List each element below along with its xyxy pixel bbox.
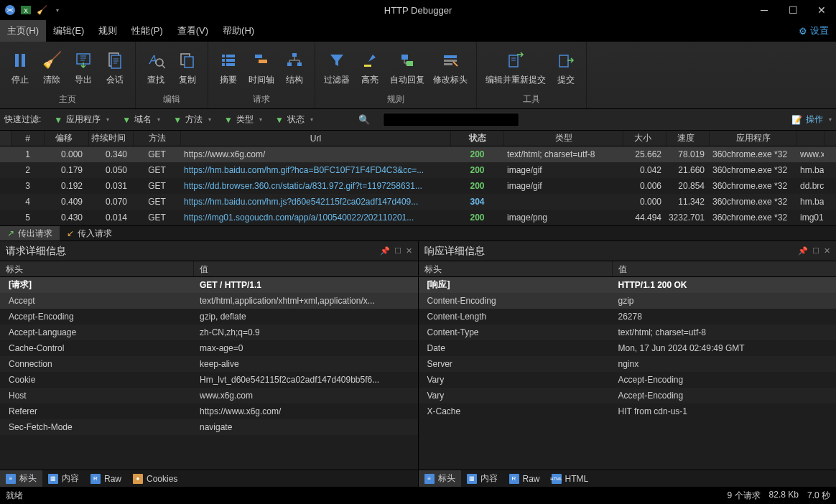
header-item[interactable]: DateMon, 17 Jun 2024 02:49:49 GMT	[419, 340, 837, 356]
content-icon: ▦	[48, 474, 58, 484]
export-icon	[72, 49, 95, 72]
tab-res-raw[interactable]: RRaw	[503, 470, 546, 487]
tab-res-content[interactable]: ▦内容	[461, 470, 503, 487]
summary-button[interactable]: 摘要	[213, 45, 244, 90]
col-speed[interactable]: 速度	[667, 131, 710, 146]
menu-perf[interactable]: 性能(P)	[124, 20, 169, 42]
submit-button[interactable]: 提交	[550, 45, 582, 90]
filter-type[interactable]: ▼类型▾	[224, 113, 262, 126]
tab-req-headers[interactable]: ≡标头	[0, 470, 42, 487]
menu-settings[interactable]: ⚙ 设置	[799, 24, 836, 37]
file-icon	[103, 49, 126, 72]
header-item[interactable]: Cache-Controlmax-age=0	[0, 340, 418, 356]
header-item[interactable]: Hostwww.x6g.com	[0, 388, 418, 403]
table-row[interactable]: 10.0000.340GEThttps://www.x6g.com/200tex…	[0, 146, 836, 162]
operate-button[interactable]: 📝操作▾	[791, 113, 832, 126]
filter-app[interactable]: ▼应用程序▾	[54, 113, 109, 126]
table-row[interactable]: 20.1790.050GEThttps://hm.baidu.com/hm.gi…	[0, 162, 836, 178]
pin-icon[interactable]: 📌	[380, 246, 390, 256]
col-status[interactable]: 状态	[451, 131, 504, 146]
close-pane-icon[interactable]: ✕	[824, 246, 830, 256]
col-url[interactable]: Url	[181, 131, 451, 146]
header-item[interactable]: Sec-Fetch-Modenavigate	[0, 419, 418, 435]
menu-home[interactable]: 主页(H)	[0, 20, 46, 42]
settings-label: 设置	[810, 24, 829, 37]
table-row[interactable]: 30.1920.031GEThttps://dd.browser.360.cn/…	[0, 178, 836, 194]
header-item[interactable]: VaryAccept-Encoding	[419, 388, 837, 403]
chevron-down-icon: ▾	[157, 116, 160, 123]
clear-button[interactable]: 🧹 清除	[36, 45, 68, 90]
header-item[interactable]: Servernginx	[419, 356, 837, 372]
maximize-button[interactable]: ☐	[779, 0, 807, 20]
header-item[interactable]: Content-Length26278	[419, 309, 837, 325]
highlight-button[interactable]: 高亮	[354, 45, 386, 90]
find-button[interactable]: A 查找	[140, 45, 172, 90]
table-row[interactable]: 40.4090.070GEThttps://hm.baidu.com/hm.js…	[0, 194, 836, 210]
maximize-pane-icon[interactable]: ☐	[394, 246, 401, 256]
menu-rules[interactable]: 规则	[91, 20, 124, 42]
tab-res-html[interactable]: HTMLHTML	[546, 470, 595, 487]
brush-icon[interactable]: 🧹	[36, 4, 47, 16]
tab-res-headers[interactable]: ≡标头	[419, 470, 461, 487]
menu-view[interactable]: 查看(V)	[170, 20, 215, 42]
details-area: 请求详细信息 📌 ☐ ✕ 标头 值 [请求]GET / HTTP/1.1Acce…	[0, 241, 836, 487]
table-row[interactable]: 50.4300.014GEThttps://img01.sogoucdn.com…	[0, 210, 836, 225]
copy-button[interactable]: 复制	[172, 45, 203, 90]
svg-rect-17	[222, 63, 225, 66]
header-item[interactable]: Content-Encodinggzip	[419, 293, 837, 309]
pin-icon[interactable]: 📌	[798, 246, 808, 256]
close-button[interactable]: ✕	[807, 0, 836, 20]
filter-button[interactable]: 过滤器	[320, 45, 354, 90]
chevron-down-icon: ▾	[259, 116, 262, 123]
tab-outgoing[interactable]: ↗传出请求	[0, 226, 60, 241]
col-dur[interactable]: 持续时间	[89, 131, 134, 146]
col-app[interactable]: 应用程序	[710, 131, 797, 146]
header-item[interactable]: Accepttext/html,application/xhtml+xml,ap…	[0, 293, 418, 309]
filter-method[interactable]: ▼方法▾	[173, 113, 211, 126]
filter-status[interactable]: ▼状态▾	[275, 113, 313, 126]
ribbon-group-edit-label: 编辑	[136, 93, 208, 108]
header-item[interactable]: CookieHm_lvt_d60e542115f2ca02adf147d409b…	[0, 372, 418, 388]
header-item[interactable]: X-CacheHIT from cdn-us-1	[419, 403, 837, 419]
tab-req-content[interactable]: ▦内容	[42, 470, 85, 487]
editresubmit-button[interactable]: 编辑并重新提交	[481, 45, 550, 90]
col-num[interactable]: #	[11, 131, 45, 146]
header-item[interactable]: Refererhttps://www.x6g.com/	[0, 403, 418, 419]
col-size[interactable]: 大小	[623, 131, 667, 146]
chevron-down-icon: ▾	[106, 116, 109, 123]
header-row[interactable]: [请求]GET / HTTP/1.1	[0, 277, 418, 293]
tab-req-cookies[interactable]: ●Cookies	[127, 470, 183, 487]
raw-icon: R	[509, 474, 519, 484]
col-offset[interactable]: 偏移	[45, 131, 89, 146]
header-item[interactable]: Content-Typetext/html; charset=utf-8	[419, 325, 837, 340]
col-extra[interactable]	[797, 131, 825, 146]
close-pane-icon[interactable]: ✕	[406, 246, 412, 256]
funnel-icon: ▼	[275, 115, 284, 125]
col-type[interactable]: 类型	[504, 131, 623, 146]
modheader-icon	[439, 49, 462, 72]
session-button[interactable]: 会话	[99, 45, 131, 90]
header-item[interactable]: Connectionkeep-alive	[0, 356, 418, 372]
header-row[interactable]: [响应]HTTP/1.1 200 OK	[419, 277, 837, 293]
export-button[interactable]: 导出	[68, 45, 99, 90]
header-item[interactable]: VaryAccept-Encoding	[419, 372, 837, 388]
timeline-button[interactable]: 时间轴	[244, 45, 279, 90]
search-input[interactable]	[383, 113, 519, 127]
header-item[interactable]: Accept-Encodinggzip, deflate	[0, 309, 418, 325]
menu-edit[interactable]: 编辑(E)	[46, 20, 91, 42]
filter-domain[interactable]: ▼域名▾	[122, 113, 160, 126]
tab-incoming[interactable]: ↙传入请求	[60, 226, 119, 241]
modheader-button[interactable]: 修改标头	[429, 45, 472, 90]
tab-req-raw[interactable]: RRaw	[85, 470, 127, 487]
menu-help[interactable]: 帮助(H)	[215, 20, 261, 42]
minimize-button[interactable]: ─	[750, 0, 779, 20]
col-method[interactable]: 方法	[134, 131, 181, 146]
struct-button[interactable]: 结构	[279, 45, 310, 90]
header-item[interactable]: Accept-Languagezh-CN,zh;q=0.9	[0, 325, 418, 340]
stop-button[interactable]: 停止	[4, 45, 36, 90]
excel-icon[interactable]: X	[20, 4, 32, 16]
maximize-pane-icon[interactable]: ☐	[812, 246, 819, 256]
autoreply-button[interactable]: 自动回复	[386, 45, 429, 90]
qat-dropdown[interactable]: ▾	[52, 4, 63, 16]
svg-rect-4	[22, 54, 25, 67]
